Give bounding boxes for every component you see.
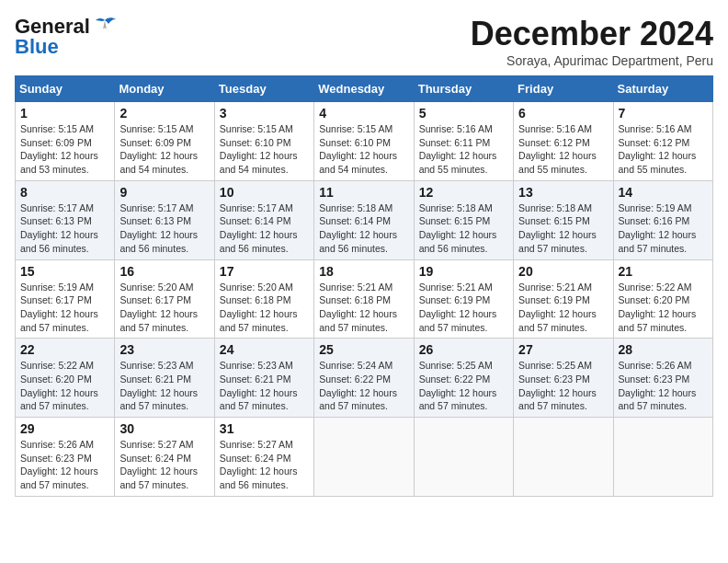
day-info: Sunrise: 5:23 AMSunset: 6:21 PMDaylight:…: [119, 360, 198, 411]
day-number: 11: [319, 185, 408, 200]
day-number: 25: [319, 342, 408, 357]
day-info: Sunrise: 5:27 AMSunset: 6:24 PMDaylight:…: [119, 439, 198, 490]
calendar-cell: 25 Sunrise: 5:24 AMSunset: 6:22 PMDaylig…: [314, 339, 414, 418]
day-info: Sunrise: 5:19 AMSunset: 6:17 PMDaylight:…: [20, 282, 98, 333]
day-number: 30: [119, 421, 209, 436]
day-info: Sunrise: 5:15 AMSunset: 6:09 PMDaylight:…: [20, 123, 98, 175]
day-number: 18: [319, 264, 408, 279]
day-number: 23: [119, 342, 209, 357]
calendar-cell: 6 Sunrise: 5:16 AMSunset: 6:12 PMDayligh…: [514, 102, 613, 181]
day-info: Sunrise: 5:16 AMSunset: 6:12 PMDaylight:…: [619, 123, 697, 175]
calendar-cell: 5 Sunrise: 5:16 AMSunset: 6:11 PMDayligh…: [414, 102, 513, 181]
day-number: 12: [419, 185, 508, 200]
day-info: Sunrise: 5:15 AMSunset: 6:10 PMDaylight:…: [220, 123, 298, 175]
calendar-cell: [314, 418, 414, 497]
title-area: December 2024 Soraya, Apurimac Departmen…: [471, 15, 713, 68]
calendar-cell: [613, 418, 712, 497]
calendar-cell: [514, 418, 613, 497]
weekday-header-sunday: Sunday: [16, 76, 115, 102]
weekday-header-tuesday: Tuesday: [214, 76, 313, 102]
day-number: 10: [220, 185, 309, 200]
calendar-week-4: 22 Sunrise: 5:22 AMSunset: 6:20 PMDaylig…: [16, 339, 713, 418]
day-number: 29: [20, 421, 109, 436]
calendar-cell: 1 Sunrise: 5:15 AMSunset: 6:09 PMDayligh…: [16, 102, 115, 181]
day-info: Sunrise: 5:19 AMSunset: 6:16 PMDaylight:…: [619, 202, 697, 254]
day-number: 9: [119, 185, 209, 200]
calendar-cell: 27 Sunrise: 5:25 AMSunset: 6:23 PMDaylig…: [514, 339, 613, 418]
calendar-cell: 24 Sunrise: 5:23 AMSunset: 6:21 PMDaylig…: [214, 339, 313, 418]
calendar-cell: 8 Sunrise: 5:17 AMSunset: 6:13 PMDayligh…: [16, 180, 115, 259]
calendar-cell: 28 Sunrise: 5:26 AMSunset: 6:23 PMDaylig…: [613, 339, 712, 418]
day-info: Sunrise: 5:27 AMSunset: 6:24 PMDaylight:…: [220, 439, 298, 490]
day-number: 16: [119, 264, 209, 279]
day-info: Sunrise: 5:24 AMSunset: 6:22 PMDaylight:…: [319, 360, 397, 411]
day-info: Sunrise: 5:18 AMSunset: 6:14 PMDaylight:…: [319, 202, 397, 254]
day-info: Sunrise: 5:26 AMSunset: 6:23 PMDaylight:…: [619, 360, 697, 411]
day-info: Sunrise: 5:25 AMSunset: 6:23 PMDaylight:…: [518, 360, 597, 411]
day-number: 2: [119, 106, 209, 121]
weekday-header-friday: Friday: [514, 76, 613, 102]
day-info: Sunrise: 5:15 AMSunset: 6:09 PMDaylight:…: [119, 123, 198, 175]
day-info: Sunrise: 5:17 AMSunset: 6:13 PMDaylight:…: [20, 202, 98, 254]
day-info: Sunrise: 5:25 AMSunset: 6:22 PMDaylight:…: [419, 360, 497, 411]
day-info: Sunrise: 5:20 AMSunset: 6:17 PMDaylight:…: [119, 282, 198, 333]
day-info: Sunrise: 5:22 AMSunset: 6:20 PMDaylight:…: [20, 360, 98, 411]
day-number: 31: [220, 421, 309, 436]
calendar-cell: 21 Sunrise: 5:22 AMSunset: 6:20 PMDaylig…: [613, 259, 712, 339]
logo-bird-icon: [92, 17, 118, 37]
day-info: Sunrise: 5:16 AMSunset: 6:12 PMDaylight:…: [518, 123, 597, 175]
day-number: 17: [220, 264, 309, 279]
calendar-cell: 15 Sunrise: 5:19 AMSunset: 6:17 PMDaylig…: [16, 259, 115, 339]
day-number: 15: [20, 264, 109, 279]
calendar-cell: 29 Sunrise: 5:26 AMSunset: 6:23 PMDaylig…: [16, 418, 115, 497]
weekday-header-row: SundayMondayTuesdayWednesdayThursdayFrid…: [16, 76, 713, 102]
day-info: Sunrise: 5:17 AMSunset: 6:13 PMDaylight:…: [119, 202, 198, 254]
calendar-cell: 26 Sunrise: 5:25 AMSunset: 6:22 PMDaylig…: [414, 339, 513, 418]
day-info: Sunrise: 5:26 AMSunset: 6:23 PMDaylight:…: [20, 439, 98, 490]
day-number: 20: [518, 264, 608, 279]
day-number: 5: [419, 106, 508, 121]
calendar-week-5: 29 Sunrise: 5:26 AMSunset: 6:23 PMDaylig…: [16, 418, 713, 497]
page-header: General Blue December 2024 Soraya, Apuri…: [15, 15, 713, 68]
day-number: 27: [518, 342, 608, 357]
day-number: 1: [20, 106, 109, 121]
calendar-cell: 23 Sunrise: 5:23 AMSunset: 6:21 PMDaylig…: [115, 339, 214, 418]
calendar-cell: [414, 418, 513, 497]
calendar-table: SundayMondayTuesdayWednesdayThursdayFrid…: [15, 75, 713, 497]
calendar-cell: 19 Sunrise: 5:21 AMSunset: 6:19 PMDaylig…: [414, 259, 513, 339]
calendar-cell: 4 Sunrise: 5:15 AMSunset: 6:10 PMDayligh…: [314, 102, 414, 181]
day-number: 28: [619, 342, 708, 357]
weekday-header-monday: Monday: [115, 76, 214, 102]
calendar-cell: 2 Sunrise: 5:15 AMSunset: 6:09 PMDayligh…: [115, 102, 214, 181]
calendar-cell: 14 Sunrise: 5:19 AMSunset: 6:16 PMDaylig…: [613, 180, 712, 259]
weekday-header-wednesday: Wednesday: [314, 76, 414, 102]
calendar-cell: 10 Sunrise: 5:17 AMSunset: 6:14 PMDaylig…: [214, 180, 313, 259]
logo-blue: Blue: [15, 35, 59, 59]
day-info: Sunrise: 5:21 AMSunset: 6:19 PMDaylight:…: [518, 282, 597, 333]
day-info: Sunrise: 5:23 AMSunset: 6:21 PMDaylight:…: [220, 360, 298, 411]
calendar-cell: 12 Sunrise: 5:18 AMSunset: 6:15 PMDaylig…: [414, 180, 513, 259]
calendar-cell: 18 Sunrise: 5:21 AMSunset: 6:18 PMDaylig…: [314, 259, 414, 339]
calendar-cell: 3 Sunrise: 5:15 AMSunset: 6:10 PMDayligh…: [214, 102, 313, 181]
calendar-week-1: 1 Sunrise: 5:15 AMSunset: 6:09 PMDayligh…: [16, 102, 713, 181]
day-info: Sunrise: 5:17 AMSunset: 6:14 PMDaylight:…: [220, 202, 298, 254]
calendar-cell: 22 Sunrise: 5:22 AMSunset: 6:20 PMDaylig…: [16, 339, 115, 418]
day-info: Sunrise: 5:16 AMSunset: 6:11 PMDaylight:…: [419, 123, 497, 175]
day-number: 8: [20, 185, 109, 200]
day-info: Sunrise: 5:20 AMSunset: 6:18 PMDaylight:…: [220, 282, 298, 333]
day-number: 14: [619, 185, 708, 200]
day-number: 13: [518, 185, 608, 200]
calendar-week-3: 15 Sunrise: 5:19 AMSunset: 6:17 PMDaylig…: [16, 259, 713, 339]
calendar-cell: 11 Sunrise: 5:18 AMSunset: 6:14 PMDaylig…: [314, 180, 414, 259]
day-number: 19: [419, 264, 508, 279]
location-subtitle: Soraya, Apurimac Department, Peru: [471, 53, 713, 68]
calendar-cell: 16 Sunrise: 5:20 AMSunset: 6:17 PMDaylig…: [115, 259, 214, 339]
logo: General Blue: [15, 15, 118, 59]
calendar-cell: 13 Sunrise: 5:18 AMSunset: 6:15 PMDaylig…: [514, 180, 613, 259]
day-info: Sunrise: 5:21 AMSunset: 6:18 PMDaylight:…: [319, 282, 397, 333]
day-info: Sunrise: 5:21 AMSunset: 6:19 PMDaylight:…: [419, 282, 497, 333]
day-number: 26: [419, 342, 508, 357]
day-number: 24: [220, 342, 309, 357]
day-info: Sunrise: 5:22 AMSunset: 6:20 PMDaylight:…: [619, 282, 697, 333]
day-number: 22: [20, 342, 109, 357]
